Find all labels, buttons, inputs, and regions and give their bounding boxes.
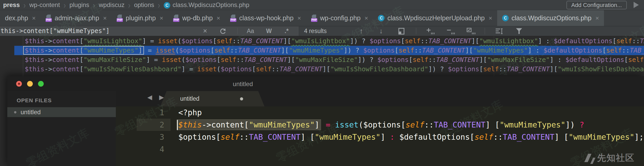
- brand-watermark-text: 先知社区: [597, 152, 635, 164]
- tab-class-wpdiscuzoptions-php[interactable]: Cclass.WpdiscuzOptions.php×: [497, 10, 604, 26]
- code-token: isset: [162, 56, 181, 63]
- code-token: [: [210, 47, 214, 54]
- sidebar-item-untitled[interactable]: untitled: [7, 107, 116, 117]
- code-token: $options: [448, 65, 479, 73]
- code-token: self: [221, 56, 236, 63]
- code-token: ]) ?: [344, 47, 363, 54]
- search-input[interactable]: this->content["wmuMimeTypes"] × Aa W .*: [0, 26, 299, 36]
- next-occurrence-icon[interactable]: ↓: [376, 26, 386, 36]
- multiline-search-icon[interactable]: [493, 26, 506, 36]
- code-token: [: [602, 47, 606, 54]
- tab-close-icon[interactable]: ×: [298, 15, 301, 22]
- code-token: TAB_CONTENT: [238, 47, 281, 54]
- code-token: TAB_CONTENT: [630, 47, 644, 54]
- overlay-editor[interactable]: 1<?php2$this->content["wmuMimeTypes"] = …: [116, 106, 644, 166]
- code-token: "wmuMaxFileSize": [487, 56, 550, 63]
- tab-close-icon[interactable]: ×: [364, 15, 368, 22]
- code-token: ->content[: [202, 120, 249, 129]
- code-token: ][: [323, 65, 330, 73]
- code-token: [: [80, 56, 84, 63]
- php-file-page: [231, 15, 235, 18]
- regex-toggle[interactable]: .*: [281, 26, 293, 36]
- open-files-sidebar: OPEN FILES untitled: [7, 91, 116, 166]
- code-token: ->: [44, 47, 52, 54]
- tab-class-wp-hook-php[interactable]: PHPclass-wp-hook.php×: [225, 10, 306, 26]
- breadcrumb-item-plugins[interactable]: plugins: [68, 1, 91, 9]
- tab-untitled[interactable]: untitled: [160, 91, 264, 106]
- close-window-button[interactable]: [16, 81, 22, 87]
- open-in-find-window-icon[interactable]: [396, 26, 407, 36]
- code-token: "wmuMaxFileSize": [84, 56, 146, 63]
- tab-close-icon[interactable]: ×: [489, 15, 492, 22]
- match-case-toggle[interactable]: Aa: [244, 26, 257, 36]
- tab-admin-ajax-php[interactable]: PHPadmin-ajax.php×: [41, 10, 112, 26]
- code-token: ] =: [146, 56, 162, 63]
- add-configuration-button[interactable]: Add Configuration...: [566, 1, 627, 9]
- remove-selection-icon[interactable]: [444, 26, 457, 36]
- minimize-window-button[interactable]: [27, 81, 33, 87]
- code-token: [: [613, 37, 616, 45]
- code-token: ::: [414, 47, 422, 54]
- ide-editor[interactable]: $this->content["wmuIsLightbox"] = isset(…: [0, 36, 644, 76]
- code-token: ->: [44, 56, 52, 63]
- code-token: ] [: [554, 132, 569, 142]
- php-file-page: [117, 15, 122, 18]
- breadcrumb-item-wp-content[interactable]: wp-content: [28, 1, 61, 9]
- code-token: TAB_CONTENT: [503, 132, 554, 142]
- tab-plugin-php[interactable]: PHPplugin.php×: [112, 10, 168, 26]
- tab-close-icon[interactable]: ×: [103, 15, 107, 22]
- code-token: TAB_CONTENT: [249, 132, 301, 142]
- tab-dex-php[interactable]: dex.php×: [0, 10, 41, 26]
- code-token: ::: [493, 132, 503, 142]
- code-token: ::: [499, 65, 507, 73]
- code-token: ][: [550, 65, 558, 73]
- checkbox-occurrences-icon: [466, 28, 475, 35]
- code-token: isset: [158, 37, 178, 45]
- code-token: ::: [632, 37, 640, 45]
- code-token: ][: [479, 56, 487, 63]
- tab-close-icon[interactable]: ×: [32, 15, 36, 22]
- code-token: "wmuIsLightbox": [84, 37, 142, 45]
- tab-close-icon[interactable]: ×: [595, 15, 599, 22]
- search-history-icon[interactable]: [218, 26, 228, 36]
- php-file-badge: PHP: [173, 18, 179, 22]
- previous-occurrence-icon[interactable]: ↑: [356, 26, 367, 36]
- tab-class-wpdiscuzhelperupload-php[interactable]: Cclass.WpdiscuzHelperUpload.php×: [373, 10, 497, 26]
- code-token: ][: [281, 47, 289, 54]
- php-file-badge: PHP: [311, 18, 317, 22]
- zoom-window-button[interactable]: [38, 81, 44, 87]
- lines-cursor-icon: [495, 28, 503, 35]
- code-token: self: [256, 65, 272, 73]
- tab-close-icon[interactable]: ×: [160, 15, 163, 22]
- run-play-icon[interactable]: [634, 2, 639, 8]
- add-selection-icon[interactable]: [424, 26, 437, 36]
- search-filter-icon[interactable]: [512, 26, 526, 36]
- breadcrumb: press›wp-content›plugins›wpdiscuz›option…: [2, 1, 251, 9]
- code-token: ] :: [528, 47, 544, 54]
- breadcrumb-separator-icon: ›: [91, 0, 97, 10]
- tab-label: untitled: [180, 95, 199, 102]
- code-token: ] [: [485, 120, 500, 129]
- select-all-occurrences-icon[interactable]: [464, 26, 478, 36]
- whole-words-toggle[interactable]: W: [263, 26, 274, 36]
- code-token: $defaultOptions: [544, 47, 602, 54]
- code-token: ][: [287, 56, 295, 63]
- code-token: "wmuIsLightbox": [291, 37, 350, 45]
- code-token: TAB_CONTENT: [244, 56, 287, 63]
- code-token: TAB_CONTENT: [434, 120, 485, 129]
- tab-close-icon[interactable]: ×: [217, 15, 220, 22]
- code-token: isset: [197, 65, 217, 73]
- code-token: [: [395, 47, 399, 54]
- code-token: ]) ?: [350, 37, 369, 45]
- breadcrumb-item-press[interactable]: press: [2, 1, 21, 9]
- clear-search-icon[interactable]: ×: [200, 26, 210, 36]
- code-token: ::: [420, 37, 428, 45]
- breadcrumb-item-options[interactable]: options: [132, 1, 156, 9]
- php-file-icon: PHP: [311, 15, 317, 22]
- tab-wp-config-php[interactable]: PHPwp-config.php×: [306, 10, 373, 26]
- php-file-page: [312, 15, 316, 18]
- untitled-editor-window[interactable]: untitled OPEN FILES untitled ◀ ▶ untitle…: [7, 76, 644, 166]
- breadcrumb-item-wpdiscuz[interactable]: wpdiscuz: [97, 1, 126, 9]
- breadcrumb-item-class-wpdiscuzoptions-php[interactable]: Cclass.WpdiscuzOptions.php: [162, 1, 251, 9]
- tab-wp-db-php[interactable]: PHPwp-db.php×: [168, 10, 225, 26]
